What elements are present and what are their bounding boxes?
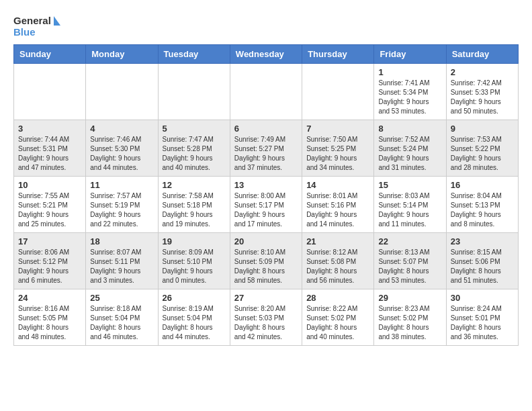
day-cell: 26Sunrise: 8:19 AM Sunset: 5:04 PM Dayli…	[158, 289, 230, 346]
day-cell: 9Sunrise: 7:53 AM Sunset: 5:22 PM Daylig…	[446, 120, 518, 177]
svg-text:General: General	[13, 15, 51, 26]
day-cell	[86, 64, 158, 120]
day-number: 20	[234, 236, 298, 246]
day-cell: 4Sunrise: 7:46 AM Sunset: 5:30 PM Daylig…	[86, 120, 158, 177]
day-cell: 25Sunrise: 8:18 AM Sunset: 5:04 PM Dayli…	[86, 289, 158, 346]
day-info: Sunrise: 7:55 AM Sunset: 5:21 PM Dayligh…	[18, 191, 81, 229]
day-number: 26	[163, 293, 226, 303]
day-number: 28	[306, 293, 369, 303]
day-cell: 2Sunrise: 7:42 AM Sunset: 5:33 PM Daylig…	[446, 64, 518, 120]
day-cell: 12Sunrise: 7:58 AM Sunset: 5:18 PM Dayli…	[158, 177, 230, 233]
day-number: 13	[234, 180, 298, 190]
svg-marker-2	[54, 16, 60, 26]
day-cell	[230, 64, 302, 120]
day-number: 19	[163, 236, 226, 246]
day-number: 1	[378, 67, 441, 77]
weekday-header-friday: Friday	[374, 45, 446, 64]
day-info: Sunrise: 7:58 AM Sunset: 5:18 PM Dayligh…	[163, 191, 226, 229]
day-info: Sunrise: 7:46 AM Sunset: 5:30 PM Dayligh…	[90, 135, 153, 173]
day-cell: 16Sunrise: 8:04 AM Sunset: 5:13 PM Dayli…	[446, 177, 518, 233]
day-cell: 27Sunrise: 8:20 AM Sunset: 5:03 PM Dayli…	[230, 289, 302, 346]
day-info: Sunrise: 7:49 AM Sunset: 5:27 PM Dayligh…	[234, 135, 298, 173]
day-number: 29	[378, 293, 441, 303]
day-cell: 20Sunrise: 8:10 AM Sunset: 5:09 PM Dayli…	[230, 233, 302, 289]
day-cell: 28Sunrise: 8:22 AM Sunset: 5:02 PM Dayli…	[302, 289, 374, 346]
page: General Blue SundayMondayTuesdayWednesda…	[0, 0, 532, 353]
day-number: 24	[18, 293, 81, 303]
day-number: 5	[163, 124, 226, 134]
day-info: Sunrise: 8:23 AM Sunset: 5:02 PM Dayligh…	[378, 304, 441, 342]
weekday-header-saturday: Saturday	[446, 45, 518, 64]
header: General Blue	[13, 13, 519, 39]
weekday-header-tuesday: Tuesday	[158, 45, 230, 64]
day-number: 7	[306, 124, 369, 134]
day-cell: 5Sunrise: 7:47 AM Sunset: 5:28 PM Daylig…	[158, 120, 230, 177]
day-cell: 17Sunrise: 8:06 AM Sunset: 5:12 PM Dayli…	[14, 233, 86, 289]
day-cell: 7Sunrise: 7:50 AM Sunset: 5:25 PM Daylig…	[302, 120, 374, 177]
day-info: Sunrise: 8:16 AM Sunset: 5:05 PM Dayligh…	[18, 304, 81, 342]
day-info: Sunrise: 7:57 AM Sunset: 5:19 PM Dayligh…	[90, 191, 153, 229]
weekday-header-wednesday: Wednesday	[230, 45, 302, 64]
day-info: Sunrise: 8:15 AM Sunset: 5:06 PM Dayligh…	[451, 248, 514, 285]
day-number: 4	[90, 124, 153, 134]
week-row-1: 1Sunrise: 7:41 AM Sunset: 5:34 PM Daylig…	[14, 64, 519, 120]
day-info: Sunrise: 7:50 AM Sunset: 5:25 PM Dayligh…	[306, 135, 369, 173]
day-info: Sunrise: 8:00 AM Sunset: 5:17 PM Dayligh…	[234, 191, 298, 229]
day-cell: 23Sunrise: 8:15 AM Sunset: 5:06 PM Dayli…	[446, 233, 518, 289]
day-number: 21	[306, 236, 369, 246]
day-info: Sunrise: 7:42 AM Sunset: 5:33 PM Dayligh…	[451, 79, 514, 116]
day-number: 22	[378, 236, 441, 246]
day-info: Sunrise: 8:04 AM Sunset: 5:13 PM Dayligh…	[451, 191, 514, 229]
weekday-header-monday: Monday	[86, 45, 158, 64]
logo-icon: General Blue	[13, 13, 60, 39]
day-cell: 3Sunrise: 7:44 AM Sunset: 5:31 PM Daylig…	[14, 120, 86, 177]
day-info: Sunrise: 8:19 AM Sunset: 5:04 PM Dayligh…	[163, 304, 226, 342]
day-info: Sunrise: 8:12 AM Sunset: 5:08 PM Dayligh…	[306, 248, 369, 285]
day-cell: 1Sunrise: 7:41 AM Sunset: 5:34 PM Daylig…	[374, 64, 446, 120]
day-number: 11	[90, 180, 153, 190]
day-number: 17	[18, 236, 81, 246]
day-cell: 30Sunrise: 8:24 AM Sunset: 5:01 PM Dayli…	[446, 289, 518, 346]
day-info: Sunrise: 7:53 AM Sunset: 5:22 PM Dayligh…	[451, 135, 514, 173]
day-info: Sunrise: 8:18 AM Sunset: 5:04 PM Dayligh…	[90, 304, 153, 342]
day-number: 14	[306, 180, 369, 190]
day-info: Sunrise: 7:44 AM Sunset: 5:31 PM Dayligh…	[18, 135, 81, 173]
week-row-4: 17Sunrise: 8:06 AM Sunset: 5:12 PM Dayli…	[14, 233, 519, 289]
day-info: Sunrise: 8:07 AM Sunset: 5:11 PM Dayligh…	[90, 248, 153, 285]
day-cell: 14Sunrise: 8:01 AM Sunset: 5:16 PM Dayli…	[302, 177, 374, 233]
week-row-3: 10Sunrise: 7:55 AM Sunset: 5:21 PM Dayli…	[14, 177, 519, 233]
day-cell: 8Sunrise: 7:52 AM Sunset: 5:24 PM Daylig…	[374, 120, 446, 177]
day-cell: 15Sunrise: 8:03 AM Sunset: 5:14 PM Dayli…	[374, 177, 446, 233]
day-cell	[158, 64, 230, 120]
day-number: 9	[451, 124, 514, 134]
logo: General Blue	[13, 13, 60, 39]
week-row-2: 3Sunrise: 7:44 AM Sunset: 5:31 PM Daylig…	[14, 120, 519, 177]
day-info: Sunrise: 8:06 AM Sunset: 5:12 PM Dayligh…	[18, 248, 81, 285]
day-number: 27	[234, 293, 298, 303]
day-cell: 24Sunrise: 8:16 AM Sunset: 5:05 PM Dayli…	[14, 289, 86, 346]
day-info: Sunrise: 7:47 AM Sunset: 5:28 PM Dayligh…	[163, 135, 226, 173]
day-info: Sunrise: 8:09 AM Sunset: 5:10 PM Dayligh…	[163, 248, 226, 285]
day-cell	[302, 64, 374, 120]
day-cell: 18Sunrise: 8:07 AM Sunset: 5:11 PM Dayli…	[86, 233, 158, 289]
day-cell: 21Sunrise: 8:12 AM Sunset: 5:08 PM Dayli…	[302, 233, 374, 289]
day-cell: 19Sunrise: 8:09 AM Sunset: 5:10 PM Dayli…	[158, 233, 230, 289]
day-info: Sunrise: 7:41 AM Sunset: 5:34 PM Dayligh…	[378, 79, 441, 116]
day-number: 25	[90, 293, 153, 303]
day-number: 6	[234, 124, 298, 134]
day-cell: 6Sunrise: 7:49 AM Sunset: 5:27 PM Daylig…	[230, 120, 302, 177]
day-number: 3	[18, 124, 81, 134]
day-info: Sunrise: 8:24 AM Sunset: 5:01 PM Dayligh…	[451, 304, 514, 342]
svg-text:Blue: Blue	[13, 26, 36, 38]
day-number: 23	[451, 236, 514, 246]
day-number: 16	[451, 180, 514, 190]
day-cell: 13Sunrise: 8:00 AM Sunset: 5:17 PM Dayli…	[230, 177, 302, 233]
day-cell: 11Sunrise: 7:57 AM Sunset: 5:19 PM Dayli…	[86, 177, 158, 233]
day-info: Sunrise: 8:13 AM Sunset: 5:07 PM Dayligh…	[378, 248, 441, 285]
weekday-header-sunday: Sunday	[14, 45, 86, 64]
day-cell: 29Sunrise: 8:23 AM Sunset: 5:02 PM Dayli…	[374, 289, 446, 346]
day-info: Sunrise: 8:01 AM Sunset: 5:16 PM Dayligh…	[306, 191, 369, 229]
day-number: 10	[18, 180, 81, 190]
day-cell	[14, 64, 86, 120]
day-cell: 10Sunrise: 7:55 AM Sunset: 5:21 PM Dayli…	[14, 177, 86, 233]
